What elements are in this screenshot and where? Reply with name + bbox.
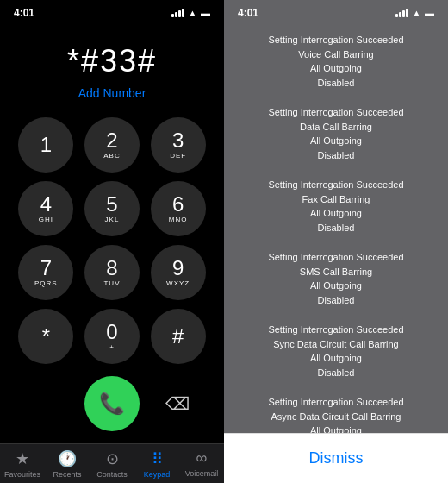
key-main-label: 0 bbox=[106, 322, 117, 342]
call-icon: 📞 bbox=[99, 392, 125, 416]
status-bar-right: 4:01 ▲ ▬ bbox=[224, 0, 448, 22]
key-main-label: 5 bbox=[106, 194, 117, 215]
key-sub-label: TUV bbox=[103, 279, 120, 287]
key-main-label: 1 bbox=[40, 135, 52, 155]
result-line: Disabled bbox=[238, 148, 434, 163]
keypad-key-3[interactable]: 3DEF bbox=[151, 117, 206, 172]
result-line: Data Call Barring bbox=[238, 120, 434, 135]
right-panel: 4:01 ▲ ▬ Setting Interrogation Succeeded… bbox=[224, 0, 448, 483]
result-line: Disabled bbox=[238, 293, 434, 308]
time-left: 4:01 bbox=[14, 7, 34, 19]
result-line: All Outgoing bbox=[238, 279, 434, 293]
tab-voicemail[interactable]: ∞Voicemail bbox=[179, 449, 224, 479]
signal-icon bbox=[171, 9, 184, 17]
status-icons-right: ▲ ▬ bbox=[395, 8, 434, 18]
key-sub-label: MNO bbox=[169, 216, 188, 223]
battery-icon-right: ▬ bbox=[425, 8, 434, 18]
key-main-label: 9 bbox=[172, 258, 184, 279]
result-block-2: Setting Interrogation SucceededFax Call … bbox=[238, 178, 434, 235]
key-sub-label: WXYZ bbox=[166, 279, 190, 287]
dismiss-area: Dismiss bbox=[224, 433, 448, 483]
keypad-key-8[interactable]: 8TUV bbox=[84, 245, 140, 300]
wifi-icon-right: ▲ bbox=[412, 8, 421, 18]
result-line: SMS Call Barring bbox=[238, 265, 434, 279]
keypad: 12ABC3DEF4GHI5JKL6MNO7PQRS8TUV9WXYZ*0+# bbox=[0, 117, 224, 364]
key-sub-label: PQRS bbox=[34, 279, 58, 287]
keypad-key-6[interactable]: 6MNO bbox=[151, 181, 206, 236]
keypad-key-7[interactable]: 7PQRS bbox=[18, 245, 73, 300]
battery-icon: ▬ bbox=[201, 8, 210, 18]
result-line: Setting Interrogation Succeeded bbox=[238, 105, 434, 120]
keypad-key-5[interactable]: 5JKL bbox=[84, 181, 140, 236]
delete-button[interactable]: ⌫ bbox=[165, 393, 190, 414]
tab-icon-recents: 🕐 bbox=[58, 449, 77, 468]
call-button[interactable]: 📞 bbox=[84, 376, 140, 431]
dialer-display: *#33# Add Number 12ABC3DEF4GHI5JKL6MNO7P… bbox=[0, 22, 224, 443]
key-main-label: 6 bbox=[172, 194, 184, 215]
result-block-1: Setting Interrogation SucceededData Call… bbox=[238, 105, 434, 162]
dismiss-button[interactable]: Dismiss bbox=[236, 446, 436, 471]
time-right: 4:01 bbox=[238, 7, 258, 19]
result-block-5: Setting Interrogation SucceededAsync Dat… bbox=[238, 395, 434, 433]
tab-label-voicemail: Voicemail bbox=[185, 469, 219, 478]
keypad-key-2[interactable]: 2ABC bbox=[84, 117, 140, 172]
result-line: All Outgoing bbox=[238, 351, 434, 366]
key-main-label: * bbox=[42, 326, 50, 347]
result-line: Voice Call Barring bbox=[238, 47, 434, 62]
result-line: Setting Interrogation Succeeded bbox=[238, 395, 434, 410]
tab-recents[interactable]: 🕐Recents bbox=[45, 449, 90, 479]
left-panel: 4:01 ▲ ▬ *#33# Add Number 12ABC3DEF4GHI5… bbox=[0, 0, 224, 483]
result-line: Setting Interrogation Succeeded bbox=[238, 33, 434, 47]
tab-icon-keypad: ⠿ bbox=[152, 449, 163, 468]
tab-icon-voicemail: ∞ bbox=[196, 449, 208, 467]
key-main-label: # bbox=[172, 326, 184, 347]
result-line: All Outgoing bbox=[238, 134, 434, 148]
key-sub-label: GHI bbox=[39, 216, 53, 223]
result-line: Setting Interrogation Succeeded bbox=[238, 323, 434, 337]
tab-icon-contacts: ⊙ bbox=[106, 449, 119, 468]
tab-label-keypad: Keypad bbox=[144, 470, 171, 479]
result-line: Setting Interrogation Succeeded bbox=[238, 250, 434, 265]
key-main-label: 3 bbox=[172, 130, 184, 151]
key-sub-label: DEF bbox=[170, 152, 186, 160]
tab-favourites[interactable]: ★Favourites bbox=[0, 449, 45, 479]
key-main-label: 8 bbox=[106, 258, 117, 279]
add-number-label[interactable]: Add Number bbox=[78, 86, 146, 100]
key-sub-label: JKL bbox=[105, 216, 120, 223]
call-row: 📞 ⌫ bbox=[0, 364, 224, 443]
result-line: All Outgoing bbox=[238, 206, 434, 221]
keypad-key-*[interactable]: * bbox=[18, 309, 73, 364]
result-line: Fax Call Barring bbox=[238, 192, 434, 207]
tab-bar: ★Favourites🕐Recents⊙Contacts⠿Keypad∞Voic… bbox=[0, 443, 224, 483]
status-bar-left: 4:01 ▲ ▬ bbox=[0, 0, 224, 22]
result-line: Sync Data Circuit Call Barring bbox=[238, 337, 434, 352]
tab-label-recents: Recents bbox=[53, 470, 81, 479]
key-main-label: 4 bbox=[40, 194, 52, 215]
tab-label-favourites: Favourites bbox=[4, 470, 40, 479]
key-sub-label: + bbox=[109, 343, 115, 351]
keypad-key-4[interactable]: 4GHI bbox=[18, 181, 73, 236]
tab-icon-favourites: ★ bbox=[16, 449, 29, 468]
tab-label-contacts: Contacts bbox=[96, 470, 128, 479]
tab-keypad[interactable]: ⠿Keypad bbox=[134, 449, 179, 479]
keypad-key-#[interactable]: # bbox=[151, 309, 206, 364]
dialed-number: *#33# bbox=[67, 43, 157, 79]
result-line: Setting Interrogation Succeeded bbox=[238, 178, 434, 192]
key-sub-label: ABC bbox=[103, 152, 120, 160]
result-line: Disabled bbox=[238, 366, 434, 380]
keypad-key-9[interactable]: 9WXYZ bbox=[151, 245, 206, 300]
keypad-key-0[interactable]: 0+ bbox=[84, 309, 140, 364]
signal-icon-right bbox=[395, 9, 408, 17]
key-main-label: 7 bbox=[40, 258, 52, 279]
result-line: Disabled bbox=[238, 221, 434, 235]
keypad-key-1[interactable]: 1 bbox=[18, 117, 73, 172]
wifi-icon: ▲ bbox=[188, 8, 197, 18]
results-scroll[interactable]: Setting Interrogation SucceededVoice Cal… bbox=[224, 22, 448, 433]
result-block-0: Setting Interrogation SucceededVoice Cal… bbox=[238, 33, 434, 90]
result-line: All Outgoing bbox=[238, 423, 434, 433]
result-line: Async Data Circuit Call Barring bbox=[238, 410, 434, 424]
key-main-label: 2 bbox=[106, 130, 117, 151]
tab-contacts[interactable]: ⊙Contacts bbox=[90, 449, 134, 479]
result-line: Disabled bbox=[238, 76, 434, 91]
result-block-3: Setting Interrogation SucceededSMS Call … bbox=[238, 250, 434, 307]
